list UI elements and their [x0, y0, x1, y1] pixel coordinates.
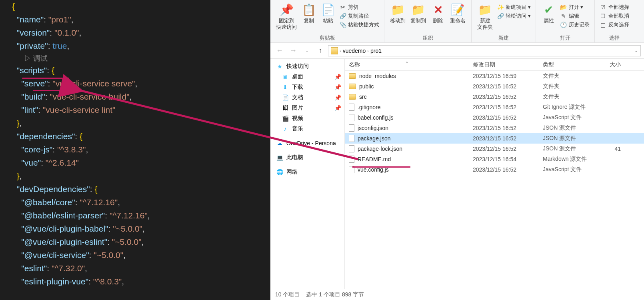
file-name: README.md — [358, 156, 391, 162]
col-date[interactable]: 修改日期 — [469, 61, 539, 68]
file-icon — [349, 156, 354, 163]
breadcrumb-item[interactable]: pro1 — [370, 48, 382, 54]
file-date: 2023/12/15 16:52 — [469, 166, 539, 173]
paste-button[interactable]: 📄粘贴 — [318, 2, 338, 34]
file-row[interactable]: package.json2023/12/15 16:52JSON 源文件 — [345, 133, 644, 144]
col-name[interactable]: 名称^ — [345, 61, 469, 68]
newitem-button[interactable]: ✨新建项目 ▾ — [495, 3, 532, 11]
copy-button[interactable]: 📋复制 — [299, 2, 318, 34]
code-editor: { "name": "pro1", "version": "0.1.0", "p… — [0, 0, 270, 300]
file-row[interactable]: .gitignore2023/12/15 16:52Git Ignore 源文件 — [345, 102, 644, 112]
ribbon: 📌固定到 快速访问 📋复制 📄粘贴 ✂剪切 🔗复制路径 📎粘贴快捷方式 剪贴板 … — [270, 0, 644, 43]
history-button[interactable]: 🕘历史记录 — [558, 21, 591, 29]
file-date: 2023/12/15 16:52 — [469, 104, 539, 110]
col-size[interactable]: 大小 — [601, 61, 625, 68]
moveto-button[interactable]: 📁移动到 — [388, 2, 408, 34]
file-type: 文件夹 — [539, 72, 601, 80]
file-date: 2023/12/15 16:52 — [469, 94, 539, 100]
breadcrumb-item[interactable]: vuedemo — [343, 48, 366, 54]
ribbon-group-label: 选择 — [609, 34, 620, 42]
copyto-button[interactable]: 📁复制到 — [408, 2, 428, 34]
file-row[interactable]: package-lock.json2023/12/15 16:52JSON 源文… — [345, 144, 644, 154]
pasteshortcut-button[interactable]: 📎粘贴快捷方式 — [338, 21, 381, 29]
file-type: Markdown 源文件 — [539, 156, 601, 163]
forward-button[interactable]: → — [287, 45, 299, 57]
selectall-button[interactable]: ☑全部选择 — [598, 3, 631, 11]
selectnone-button[interactable]: ☐全部取消 — [598, 12, 631, 20]
sidebar-network[interactable]: 🌐网络 — [270, 167, 344, 177]
col-type[interactable]: 类型 — [539, 61, 601, 68]
dropdown-icon[interactable]: ⌄ — [634, 48, 638, 53]
recent-dropdown[interactable]: ⌄ — [301, 45, 313, 57]
file-date: 2023/12/15 16:52 — [469, 125, 539, 131]
file-name: babel.config.js — [358, 114, 394, 121]
annotation-underline — [22, 78, 69, 79]
properties-button[interactable]: ✔属性 — [539, 2, 558, 34]
file-type: JSON 源文件 — [539, 135, 601, 142]
file-name: .gitignore — [358, 104, 381, 110]
ribbon-group-label: 剪贴板 — [320, 34, 335, 42]
sidebar-downloads[interactable]: ⬇下载📌 — [270, 82, 344, 92]
folder-icon — [349, 94, 356, 100]
file-type: 文件夹 — [539, 93, 601, 100]
file-name: src — [359, 94, 367, 100]
back-button[interactable]: ← — [274, 45, 286, 57]
file-type: JSON 源文件 — [539, 145, 601, 152]
sidebar-pictures[interactable]: 🖼图片📌 — [270, 103, 344, 113]
sidebar-onedrive[interactable]: ☁OneDrive - Persona — [270, 138, 344, 148]
file-row[interactable]: README.md2023/12/15 16:54Markdown 源文件 — [345, 154, 644, 164]
folder-icon — [349, 84, 356, 89]
sidebar-quick-access[interactable]: ★快速访问 — [270, 61, 344, 72]
sidebar-videos[interactable]: 🎬视频 — [270, 113, 344, 124]
folder-icon — [331, 47, 338, 54]
address-bar[interactable]: › vuedemo › pro1 ⌄ — [328, 45, 641, 56]
file-type: Git Ignore 源文件 — [539, 104, 601, 111]
copypath-button[interactable]: 🔗复制路径 — [338, 12, 381, 20]
cut-button[interactable]: ✂剪切 — [338, 3, 381, 11]
sidebar-desktop[interactable]: 🖥桌面📌 — [270, 72, 344, 82]
file-list: 名称^ 修改日期 类型 大小 node_modules2023/12/15 16… — [345, 59, 644, 289]
file-row[interactable]: vue.config.js2023/12/15 16:52JavaScript … — [345, 164, 644, 175]
file-name: public — [359, 83, 374, 90]
file-icon — [349, 114, 354, 121]
annotation-underline — [352, 166, 410, 168]
file-row[interactable]: public2023/12/15 16:52文件夹 — [345, 81, 644, 92]
file-icon — [349, 124, 354, 132]
newfolder-button[interactable]: 📁新建 文件夹 — [475, 2, 495, 34]
file-date: 2023/12/15 16:52 — [469, 114, 539, 121]
file-row[interactable]: babel.config.js2023/12/15 16:52JavaScrip… — [345, 112, 644, 123]
file-size: 41 — [601, 146, 625, 152]
up-button[interactable]: ↑ — [314, 45, 326, 57]
file-row[interactable]: node_modules2023/12/15 16:59文件夹 — [345, 71, 644, 81]
sidebar-music[interactable]: ♪音乐 — [270, 124, 344, 134]
column-headers: 名称^ 修改日期 类型 大小 — [345, 59, 644, 71]
debug-codelens[interactable]: 调试 — [12, 53, 270, 64]
invert-button[interactable]: ◫反向选择 — [598, 21, 631, 29]
open-button[interactable]: 📂打开 ▾ — [558, 3, 591, 11]
nav-bar: ← → ⌄ ↑ › vuedemo › pro1 ⌄ — [270, 43, 644, 59]
file-icon — [349, 145, 354, 152]
file-date: 2023/12/15 16:52 — [469, 146, 539, 152]
file-row[interactable]: src2023/12/15 16:52文件夹 — [345, 92, 644, 102]
ribbon-group-label: 组织 — [423, 34, 433, 42]
easyaccess-button[interactable]: 🔗轻松访问 ▾ — [495, 12, 532, 20]
file-icon — [349, 135, 354, 142]
sidebar: ★快速访问 🖥桌面📌 ⬇下载📌 📄文档📌 🖼图片📌 🎬视频 ♪音乐 ☁OneDr… — [270, 59, 345, 289]
file-type: JavaScript 文件 — [539, 114, 601, 121]
file-explorer: 📌固定到 快速访问 📋复制 📄粘贴 ✂剪切 🔗复制路径 📎粘贴快捷方式 剪贴板 … — [270, 0, 644, 300]
sidebar-thispc[interactable]: 💻此电脑 — [270, 152, 344, 163]
file-name: package-lock.json — [358, 146, 402, 152]
ribbon-group-label: 打开 — [560, 34, 570, 42]
annotation-underline — [33, 90, 74, 91]
ribbon-group-label: 新建 — [498, 34, 509, 42]
file-type: JSON 源文件 — [539, 124, 601, 132]
file-row[interactable]: jsconfig.json2023/12/15 16:52JSON 源文件 — [345, 123, 644, 133]
edit-button[interactable]: ✎编辑 — [558, 12, 591, 20]
file-type: 文件夹 — [539, 83, 601, 90]
pin-button[interactable]: 📌固定到 快速访问 — [274, 2, 299, 34]
file-name: package.json — [358, 135, 391, 142]
delete-button[interactable]: ✕删除 — [428, 2, 448, 34]
rename-button[interactable]: 📝重命名 — [448, 2, 468, 34]
sidebar-documents[interactable]: 📄文档📌 — [270, 92, 344, 103]
file-date: 2023/12/15 16:54 — [469, 156, 539, 162]
